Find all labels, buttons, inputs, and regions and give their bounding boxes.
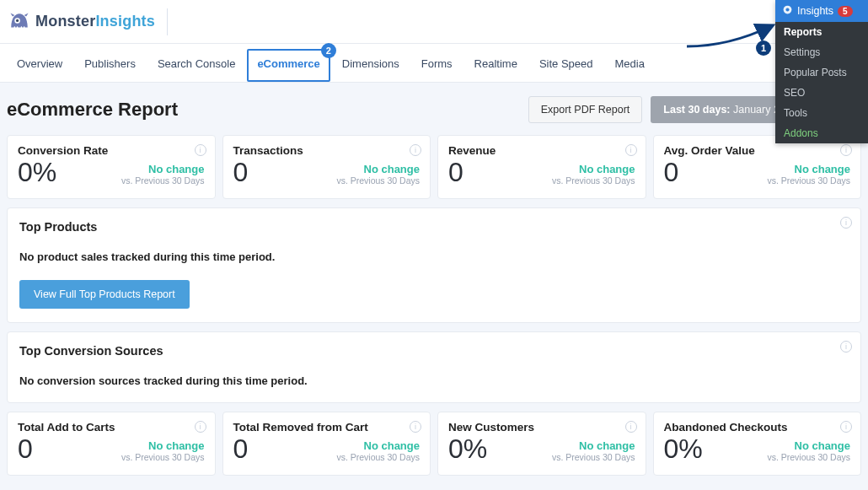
stats-row-1: i Conversion Rate 0% No change vs. Previ…: [7, 135, 861, 199]
info-icon[interactable]: i: [195, 144, 206, 156]
insights-icon: [782, 4, 793, 18]
stat-compare: vs. Previous 30 Days: [767, 452, 850, 462]
stat-conversion-rate: i Conversion Rate 0% No change vs. Previ…: [7, 135, 216, 199]
stat-title: Transactions: [233, 144, 421, 157]
svg-point-3: [785, 8, 789, 11]
stat-transactions: i Transactions 0 No change vs. Previous …: [222, 135, 431, 199]
info-icon[interactable]: i: [625, 421, 637, 433]
wp-admin-insights-menu: Insights 5 Reports Settings Popular Post…: [775, 0, 868, 143]
tab-overview[interactable]: Overview: [7, 49, 72, 82]
stat-compare: vs. Previous 30 Days: [121, 452, 205, 462]
stat-title: Avg. Order Value: [664, 144, 851, 157]
panel-top-products: i Top Products No product sales tracked …: [7, 207, 861, 323]
brand-logo: MonsterInsights: [8, 11, 155, 33]
stat-value: 0%: [448, 435, 487, 462]
wp-admin-item-settings[interactable]: Settings: [775, 42, 868, 62]
stat-title: Abandoned Checkouts: [664, 421, 851, 433]
stat-change: No change: [121, 163, 205, 175]
tab-media[interactable]: Media: [605, 49, 655, 82]
stat-new-customers: i New Customers 0% No change vs. Previou…: [437, 412, 646, 476]
page-body: eCommerce Report Export PDF Report Last …: [0, 83, 868, 476]
stat-title: Conversion Rate: [18, 144, 205, 157]
monster-icon: [8, 11, 30, 33]
stat-abandoned-checkouts: i Abandoned Checkouts 0% No change vs. P…: [653, 412, 862, 476]
panel-title: Top Conversion Sources: [19, 344, 849, 358]
stat-value: 0: [664, 159, 679, 186]
stat-revenue: i Revenue 0 No change vs. Previous 30 Da…: [437, 135, 646, 199]
panel-empty-text: No product sales tracked during this tim…: [19, 250, 849, 263]
stat-title: New Customers: [448, 421, 635, 433]
stat-value: 0%: [18, 159, 56, 186]
tab-publishers[interactable]: Publishers: [74, 49, 146, 82]
brand-text: MonsterInsights: [35, 13, 155, 30]
info-icon[interactable]: i: [840, 421, 852, 433]
stat-value: 0: [448, 159, 463, 186]
stat-value: 0: [18, 435, 33, 462]
svg-point-1: [16, 19, 19, 21]
stat-value: 0: [233, 435, 249, 462]
tab-dimensions[interactable]: Dimensions: [332, 49, 410, 82]
panel-title: Top Products: [19, 220, 849, 234]
stat-add-to-carts: i Total Add to Carts 0 No change vs. Pre…: [7, 412, 216, 476]
tab-nav: Overview Publishers Search Console eComm…: [0, 44, 868, 83]
page-title: eCommerce Report: [7, 99, 178, 121]
app-header: MonsterInsights: [0, 0, 868, 44]
wp-admin-item-tools[interactable]: Tools: [775, 103, 868, 123]
stat-change: No change: [336, 163, 420, 175]
stat-value: 0%: [664, 435, 703, 462]
panel-empty-text: No conversion sources tracked during thi…: [19, 374, 849, 387]
stat-compare: vs. Previous 30 Days: [767, 175, 850, 186]
stat-avg-order-value: i Avg. Order Value 0 No change vs. Previ…: [653, 135, 862, 199]
info-icon[interactable]: i: [410, 421, 421, 433]
stat-title: Revenue: [448, 144, 635, 157]
stats-row-2: i Total Add to Carts 0 No change vs. Pre…: [7, 412, 861, 476]
date-range-prefix: Last 30 days:: [663, 104, 730, 116]
wp-admin-item-popular-posts[interactable]: Popular Posts: [775, 62, 868, 83]
stat-compare: vs. Previous 30 Days: [552, 452, 635, 462]
stat-compare: vs. Previous 30 Days: [552, 175, 635, 186]
tab-ecommerce[interactable]: eCommerce 2: [247, 49, 330, 82]
stat-change: No change: [552, 163, 635, 175]
stat-compare: vs. Previous 30 Days: [336, 175, 420, 186]
stat-change: No change: [336, 439, 420, 452]
stat-removed-from-cart: i Total Removed from Cart 0 No change vs…: [222, 412, 431, 476]
info-icon[interactable]: i: [840, 341, 852, 353]
tab-site-speed[interactable]: Site Speed: [529, 49, 603, 82]
tab-realtime[interactable]: Realtime: [464, 49, 528, 82]
stat-change: No change: [767, 439, 850, 452]
info-icon[interactable]: i: [625, 144, 637, 156]
header-divider: [167, 8, 168, 35]
info-icon[interactable]: i: [195, 421, 206, 433]
export-pdf-button[interactable]: Export PDF Report: [528, 96, 643, 123]
info-icon[interactable]: i: [410, 144, 421, 156]
page-top-bar: eCommerce Report Export PDF Report Last …: [7, 96, 861, 123]
annotation-badge-1: 1: [756, 40, 771, 56]
stat-compare: vs. Previous 30 Days: [121, 175, 205, 186]
stat-change: No change: [767, 163, 850, 175]
panel-top-conversion-sources: i Top Conversion Sources No conversion s…: [7, 331, 861, 403]
stat-title: Total Removed from Cart: [233, 421, 421, 433]
tab-ecommerce-label: eCommerce: [257, 57, 319, 70]
wp-admin-insights-badge: 5: [838, 6, 853, 17]
stat-value: 0: [233, 159, 249, 186]
wp-admin-item-addons[interactable]: Addons: [775, 123, 868, 143]
wp-admin-insights-label: Insights: [797, 5, 833, 17]
tab-forms[interactable]: Forms: [411, 49, 463, 82]
info-icon[interactable]: i: [840, 144, 852, 156]
tab-search-console[interactable]: Search Console: [147, 49, 246, 82]
info-icon[interactable]: i: [840, 217, 852, 229]
stat-change: No change: [121, 439, 205, 452]
view-full-products-button[interactable]: View Full Top Products Report: [19, 280, 190, 309]
stat-compare: vs. Previous 30 Days: [336, 452, 420, 462]
wp-admin-item-seo[interactable]: SEO: [775, 83, 868, 103]
stat-change: No change: [552, 439, 635, 452]
wp-admin-item-reports[interactable]: Reports: [775, 22, 868, 42]
stat-title: Total Add to Carts: [18, 421, 205, 433]
wp-admin-insights-header[interactable]: Insights 5: [775, 0, 868, 22]
